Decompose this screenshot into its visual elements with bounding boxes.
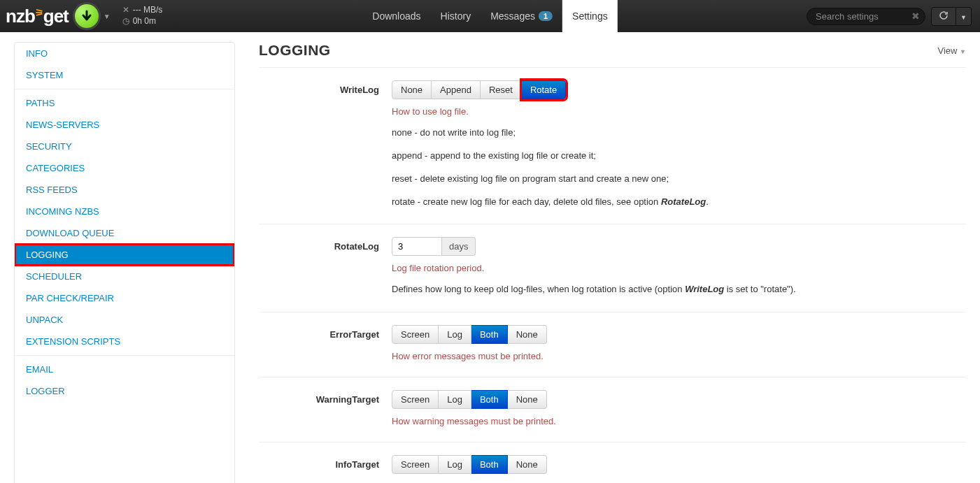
sidebar-item-categories[interactable]: CATEGORIES: [15, 157, 234, 179]
caret-down-icon: ▼: [960, 14, 967, 21]
errortarget-group-both[interactable]: Both: [471, 325, 508, 344]
infotarget-group-screen[interactable]: Screen: [392, 455, 439, 474]
refresh-button[interactable]: [931, 7, 956, 26]
nav-tabs: Downloads History Messages1 Settings: [362, 0, 617, 32]
infotarget-group-none[interactable]: None: [508, 455, 547, 474]
tab-history[interactable]: History: [431, 0, 481, 32]
desc-line: none - do not write into log file;: [392, 127, 966, 140]
warningtarget-btn-group: ScreenLogBothNone: [392, 390, 547, 409]
writelog-group-append[interactable]: Append: [432, 80, 481, 99]
view-label: View: [938, 45, 958, 56]
tab-label: Settings: [572, 10, 608, 22]
sidebar-item-security[interactable]: SECURITY: [15, 136, 234, 157]
rotatelog-unit: days: [442, 237, 476, 256]
warningtarget-group-screen[interactable]: Screen: [392, 390, 439, 409]
sidebar-item-logging[interactable]: LOGGING: [15, 244, 234, 266]
warningtarget-group-both[interactable]: Both: [471, 390, 508, 409]
writelog-group-rotate[interactable]: Rotate: [522, 80, 566, 99]
container: INFOSYSTEMPATHSNEWS-SERVERSSECURITYCATEG…: [0, 32, 980, 483]
tab-label: History: [441, 10, 471, 22]
logo-area: nzb⚞get ▼: [0, 2, 113, 30]
writelog-btn-group: NoneAppendResetRotate: [392, 80, 566, 99]
sidebar-item-incoming-nzbs[interactable]: INCOMING NZBS: [15, 201, 234, 222]
desc-text: is set to "rotate").: [724, 284, 795, 294]
errortarget-help-link[interactable]: How error messages must be printed.: [392, 351, 966, 361]
view-button[interactable]: View ▼: [938, 45, 967, 56]
control-writelog: NoneAppendResetRotate How to use log fil…: [392, 80, 966, 208]
errortarget-group-log[interactable]: Log: [439, 325, 471, 344]
topbar: nzb⚞get ▼ ✕--- MB/s ◷0h 0m Downloads His…: [0, 0, 980, 32]
sidebar-item-news-servers[interactable]: NEWS-SERVERS: [15, 114, 234, 136]
tab-messages[interactable]: Messages1: [481, 0, 562, 32]
tab-label: Messages: [490, 10, 535, 22]
infotarget-btn-group: ScreenLogBothNone: [392, 455, 547, 474]
row-warningtarget: WarningTarget ScreenLogBothNone How warn…: [259, 390, 966, 442]
writelog-help-link[interactable]: How to use log file.: [392, 106, 966, 117]
sidebar: INFOSYSTEMPATHSNEWS-SERVERSSECURITYCATEG…: [14, 42, 235, 483]
tab-label: Downloads: [372, 10, 420, 22]
time-value: 0h 0m: [133, 16, 156, 27]
logo[interactable]: nzb⚞get: [6, 6, 69, 27]
sidebar-item-rss-feeds[interactable]: RSS FEEDS: [15, 179, 234, 201]
option-ref: RotateLog: [661, 196, 706, 207]
control-warningtarget: ScreenLogBothNone How warning messages m…: [392, 390, 966, 426]
warningtarget-help-link[interactable]: How warning messages must be printed.: [392, 416, 966, 426]
main: LOGGING View ▼ WriteLog NoneAppendResetR…: [259, 42, 966, 483]
errortarget-group-none[interactable]: None: [508, 325, 547, 344]
search-box: ✖: [807, 8, 925, 25]
refresh-icon: [939, 10, 949, 20]
page-title: LOGGING: [259, 42, 331, 59]
desc-line: rotate - create new log file for each da…: [392, 196, 966, 209]
writelog-group-reset[interactable]: Reset: [481, 80, 522, 99]
sidebar-item-logger[interactable]: LOGGER: [15, 380, 234, 402]
label-errortarget: ErrorTarget: [259, 325, 392, 361]
wifi-icon: ⚞: [35, 7, 43, 18]
caret-down-icon: ▼: [960, 48, 966, 55]
logo-z: z: [16, 6, 24, 27]
tab-settings[interactable]: Settings: [562, 0, 618, 32]
control-errortarget: ScreenLogBothNone How error messages mus…: [392, 325, 966, 361]
label-warningtarget: WarningTarget: [259, 390, 392, 426]
search-clear-icon[interactable]: ✖: [911, 10, 920, 22]
main-header: LOGGING View ▼: [259, 42, 966, 68]
sidebar-item-info[interactable]: INFO: [15, 43, 234, 64]
sidebar-item-unpack[interactable]: UNPACK: [15, 309, 234, 331]
top-right: ✖ ▼: [807, 7, 980, 26]
row-infotarget: InfoTarget ScreenLogBothNone How info me…: [259, 455, 966, 483]
label-writelog: WriteLog: [259, 80, 392, 208]
control-infotarget: ScreenLogBothNone How info messages must…: [392, 455, 966, 483]
label-rotatelog: RotateLog: [259, 237, 392, 296]
infotarget-group-both[interactable]: Both: [471, 455, 508, 474]
speed-value: --- MB/s: [133, 5, 163, 16]
row-rotatelog: RotateLog days Log file rotation period.…: [259, 237, 966, 312]
refresh-dropdown[interactable]: ▼: [956, 7, 972, 26]
desc-line: reset - delete existing log file on prog…: [392, 173, 966, 186]
speed-icon: ✕: [122, 5, 130, 16]
sidebar-item-scheduler[interactable]: SCHEDULER: [15, 266, 234, 287]
play-button[interactable]: [73, 2, 101, 30]
sidebar-item-system[interactable]: SYSTEM: [15, 64, 234, 86]
rotatelog-help-link[interactable]: Log file rotation period.: [392, 263, 966, 273]
warningtarget-group-log[interactable]: Log: [439, 390, 471, 409]
search-input[interactable]: [807, 8, 925, 25]
rotatelog-input-group: days: [392, 237, 476, 256]
download-arrow-icon: [80, 10, 93, 22]
writelog-group-none[interactable]: None: [392, 80, 432, 99]
logo-n: n: [6, 6, 16, 27]
label-infotarget: InfoTarget: [259, 455, 392, 483]
sidebar-item-par-check-repair[interactable]: PAR CHECK/REPAIR: [15, 287, 234, 309]
caret-down-icon[interactable]: ▼: [104, 13, 111, 20]
warningtarget-group-none[interactable]: None: [508, 390, 547, 409]
row-errortarget: ErrorTarget ScreenLogBothNone How error …: [259, 325, 966, 377]
rotatelog-input[interactable]: [392, 237, 442, 256]
sidebar-item-extension-scripts[interactable]: EXTENSION SCRIPTS: [15, 331, 234, 352]
tab-downloads[interactable]: Downloads: [362, 0, 430, 32]
sidebar-item-download-queue[interactable]: DOWNLOAD QUEUE: [15, 222, 234, 244]
sidebar-item-email[interactable]: EMAIL: [15, 355, 234, 380]
row-writelog: WriteLog NoneAppendResetRotate How to us…: [259, 80, 966, 224]
sidebar-item-paths[interactable]: PATHS: [15, 89, 234, 114]
infotarget-group-log[interactable]: Log: [439, 455, 471, 474]
errortarget-group-screen[interactable]: Screen: [392, 325, 439, 344]
logo-b: b: [24, 6, 35, 27]
control-rotatelog: days Log file rotation period. Defines h…: [392, 237, 966, 296]
